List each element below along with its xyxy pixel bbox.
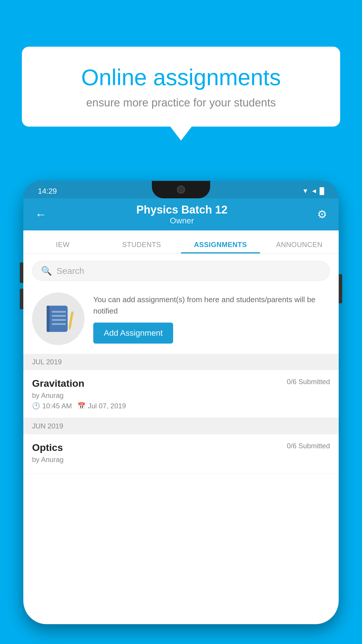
search-placeholder: Search: [57, 266, 84, 276]
phone-container: 14:29 ▼ ◄ █ ← Physics Batch 12 Owner ⚙ I…: [23, 181, 339, 644]
wifi-icon: ▼: [302, 187, 309, 195]
add-assignment-promo: You can add assignment(s) from here and …: [23, 287, 339, 354]
notebook-line-4: [52, 323, 66, 325]
phone-body: 14:29 ▼ ◄ █ ← Physics Batch 12 Owner ⚙ I…: [23, 181, 339, 624]
assignment-date: Jul 07, 2019: [88, 402, 126, 410]
assignment-author: by Anurag: [32, 391, 330, 400]
assignment-title-optics: Optics: [32, 442, 63, 453]
assignment-header: Gravitation 0/6 Submitted: [32, 378, 330, 389]
settings-icon[interactable]: ⚙: [317, 208, 327, 221]
power-button: [339, 274, 342, 303]
volume-down-button: [20, 289, 23, 309]
tab-announcements[interactable]: ANNOUNCEN: [260, 241, 339, 253]
assignment-header-optics: Optics 0/6 Submitted: [32, 442, 330, 453]
notebook-line-1: [52, 311, 66, 313]
section-jun-2019: JUN 2019: [23, 418, 339, 434]
app-bar: ← Physics Batch 12 Owner ⚙: [23, 198, 339, 230]
screen-content: 🔍 Search: [23, 254, 339, 624]
app-bar-title-group: Physics Batch 12 Owner: [136, 204, 228, 225]
notebook-body: [47, 306, 68, 332]
phone-notch: [152, 181, 210, 198]
assignment-author-optics: by Anurag: [32, 456, 330, 464]
notebook-line-3: [52, 319, 66, 321]
notebook-lines: [52, 311, 66, 327]
notebook-line-2: [52, 315, 66, 317]
promo-icon-circle: [32, 293, 85, 345]
speech-bubble-subtitle: ensure more practice for your students: [42, 97, 320, 109]
speech-bubble-title: Online assignments: [42, 64, 320, 91]
volume-up-button: [20, 262, 23, 283]
speech-bubble: Online assignments ensure more practice …: [22, 47, 340, 127]
status-time: 14:29: [38, 187, 57, 196]
status-icons: ▼ ◄ █: [302, 187, 324, 195]
search-bar[interactable]: 🔍 Search: [32, 261, 330, 281]
tab-students[interactable]: STUDENTS: [102, 241, 181, 253]
battery-icon: █: [319, 187, 324, 195]
pencil-icon: [68, 312, 73, 328]
back-button[interactable]: ←: [35, 208, 47, 221]
tab-assignments[interactable]: ASSIGNMENTS: [181, 241, 260, 253]
assignment-submitted-optics: 0/6 Submitted: [287, 442, 330, 450]
promo-description: You can add assignment(s) from here and …: [93, 294, 330, 317]
assignment-meta: 🕐 10:45 AM 📅 Jul 07, 2019: [32, 402, 330, 410]
meta-date: 📅 Jul 07, 2019: [78, 402, 126, 410]
section-jul-2019: JUL 2019: [23, 354, 339, 370]
search-icon: 🔍: [41, 266, 52, 276]
meta-time: 🕐 10:45 AM: [32, 402, 72, 410]
tab-bar: IEW STUDENTS ASSIGNMENTS ANNOUNCEN: [23, 230, 339, 254]
signal-icon: ◄: [311, 187, 317, 195]
promo-text-group: You can add assignment(s) from here and …: [93, 294, 330, 344]
add-assignment-button[interactable]: Add Assignment: [93, 323, 173, 344]
assignment-item-gravitation[interactable]: Gravitation 0/6 Submitted by Anurag 🕐 10…: [23, 370, 339, 418]
tab-iew[interactable]: IEW: [23, 241, 102, 253]
assignment-title: Gravitation: [32, 378, 84, 389]
notebook-icon: [47, 306, 70, 332]
speech-bubble-container: Online assignments ensure more practice …: [22, 47, 340, 127]
front-camera: [177, 186, 185, 194]
assignment-item-optics[interactable]: Optics 0/6 Submitted by Anurag: [23, 434, 339, 474]
assignment-time: 10:45 AM: [42, 402, 72, 410]
clock-icon: 🕐: [32, 402, 40, 410]
app-bar-subtitle: Owner: [136, 216, 228, 225]
notebook-spine: [47, 306, 50, 332]
app-bar-title: Physics Batch 12: [136, 204, 228, 216]
calendar-icon: 📅: [78, 402, 85, 410]
assignment-submitted: 0/6 Submitted: [287, 378, 330, 386]
